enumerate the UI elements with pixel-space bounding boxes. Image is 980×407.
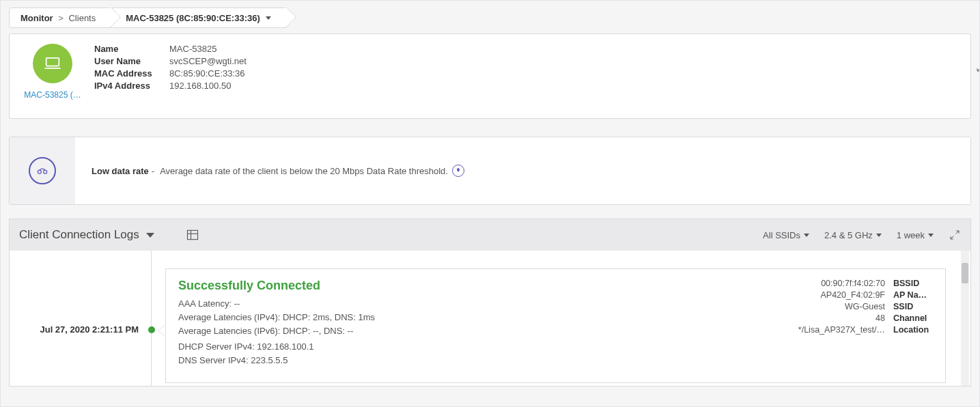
log-latency-ipv4: Average Latencies (IPv4): DHCP: 2ms, DNS… <box>178 312 776 322</box>
log-meta: 00:90:7f:f4:02:70 BSSID AP420_F4:02:9F A… <box>776 279 933 373</box>
device-summary-card: MAC-53825 (… Name MAC-53825 User Name sv… <box>9 33 971 119</box>
chevron-down-icon <box>146 233 154 238</box>
breadcrumb-root-label: Monitor <box>20 13 53 23</box>
prop-name-label: Name <box>94 44 169 54</box>
lightbulb-icon <box>455 167 462 174</box>
alert-message: Average data rate of the client is below… <box>160 166 448 176</box>
chevron-down-icon <box>928 234 934 237</box>
meta-location-value: */Lisa_AP327X_test/… <box>776 325 885 335</box>
meta-location-label: Location <box>893 325 933 335</box>
prop-mac-value: 8C:85:90:CE:33:36 <box>169 68 245 79</box>
meta-ssid-value: WG-Guest <box>776 302 885 311</box>
device-avatar <box>33 44 72 83</box>
scrollbar-thumb[interactable] <box>962 263 968 283</box>
expand-logs-button[interactable] <box>949 229 961 241</box>
breadcrumb-current-label: MAC-53825 (8C:85:90:CE:33:36) <box>126 13 260 23</box>
prop-ipv4-value: 192.168.100.50 <box>169 81 231 91</box>
meta-apname-label: AP Na… <box>893 290 933 300</box>
chevron-down-icon <box>876 234 882 237</box>
meta-ssid-label: SSID <box>893 302 933 311</box>
device-properties: Name MAC-53825 User Name svcSCEP@wgti.ne… <box>94 44 247 93</box>
log-entry-card: Successfully Connected AAA Latency: -- A… <box>165 268 946 383</box>
meta-bssid-label: BSSID <box>893 279 933 288</box>
prop-name-value: MAC-53825 <box>169 44 216 54</box>
filter-range-dropdown[interactable]: 1 week <box>897 230 934 240</box>
logs-title-label: Client Connection Logs <box>19 228 139 242</box>
svg-point-3 <box>44 170 47 173</box>
meta-channel-label: Channel <box>893 313 933 323</box>
meta-channel-value: 48 <box>776 313 885 323</box>
alert-icon-container <box>10 137 75 204</box>
logs-title[interactable]: Client Connection Logs <box>19 228 154 242</box>
prop-username-label: User Name <box>94 56 169 66</box>
alert-separator: - <box>152 166 154 176</box>
meta-apname-value: AP420_F4:02:9F <box>776 290 885 300</box>
breadcrumb-section-label: Clients <box>68 13 96 23</box>
breadcrumb-current[interactable]: MAC-53825 (8C:85:90:CE:33:36) <box>107 8 287 28</box>
chevron-down-icon <box>266 16 271 20</box>
filter-range-label: 1 week <box>897 230 925 240</box>
alert-severity-icon <box>29 157 56 184</box>
svg-rect-4 <box>187 230 197 239</box>
connection-logs-section: Client Connection Logs All SSIDs 2.4 & 5… <box>9 219 971 387</box>
svg-point-2 <box>38 170 41 173</box>
log-dns-ipv4: DNS Server IPv4: 223.5.5.5 <box>178 355 776 365</box>
logs-timeline: Jul 27, 2020 2:21:11 PM Successfully Con… <box>10 251 970 386</box>
expand-icon <box>949 229 961 241</box>
expand-icon <box>975 61 980 73</box>
filter-ssid-label: All SSIDs <box>763 230 800 240</box>
svg-rect-0 <box>46 58 59 66</box>
expand-panel-button[interactable] <box>975 61 980 75</box>
log-latency-ipv6: Average Latencies (IPv6): DHCP: --, DNS:… <box>178 326 776 336</box>
log-event-title: Successfully Connected <box>178 279 776 293</box>
breadcrumb-separator: > <box>56 13 66 23</box>
prop-mac-label: MAC Address <box>94 68 169 79</box>
meta-bssid-value: 00:90:7f:f4:02:70 <box>776 279 885 288</box>
filter-band-label: 2.4 & 5 GHz <box>824 230 873 240</box>
table-view-icon <box>186 228 199 242</box>
scrollbar[interactable] <box>961 251 969 386</box>
laptop-icon <box>43 54 62 73</box>
prop-ipv4-label: IPv4 Address <box>94 81 169 91</box>
breadcrumb-root[interactable]: Monitor > Clients <box>9 8 111 28</box>
log-timestamp: Jul 27, 2020 2:21:11 PM <box>40 324 139 335</box>
prop-username-value: svcSCEP@wgti.net <box>169 56 247 66</box>
alert-hint-button[interactable] <box>452 165 464 177</box>
timeline-dot-icon <box>148 326 155 333</box>
filter-band-dropdown[interactable]: 2.4 & 5 GHz <box>824 230 882 240</box>
logs-header: Client Connection Logs All SSIDs 2.4 & 5… <box>10 219 970 251</box>
device-link[interactable]: MAC-53825 (… <box>24 90 81 100</box>
chevron-down-icon <box>804 234 809 237</box>
alert-card: Low data rate - Average data rate of the… <box>9 137 971 205</box>
log-aaa-latency: AAA Latency: -- <box>178 298 776 309</box>
alert-title: Low data rate <box>92 166 149 176</box>
log-dhcp-ipv4: DHCP Server IPv4: 192.168.100.1 <box>178 341 776 352</box>
filter-ssid-dropdown[interactable]: All SSIDs <box>763 230 809 240</box>
view-mode-toggle[interactable] <box>186 228 199 242</box>
breadcrumb: Monitor > Clients MAC-53825 (8C:85:90:CE… <box>9 8 971 28</box>
